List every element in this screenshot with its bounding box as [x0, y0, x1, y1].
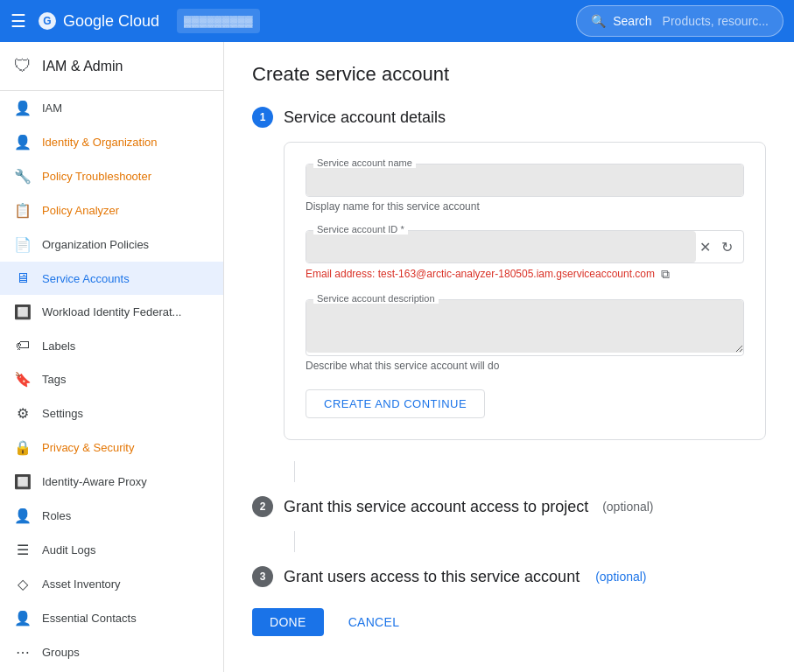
step-2-optional: (optional) [602, 500, 653, 514]
copy-email-button[interactable]: ⧉ [661, 267, 670, 282]
label-icon: 🏷 [14, 338, 32, 354]
grid-icon: 🔲 [14, 304, 32, 320]
sidebar-item-iap-label: Identity-Aware Proxy [42, 475, 147, 488]
google-logo-icon: G [37, 10, 58, 32]
sidebar-item-ec-label: Essential Contacts [42, 612, 137, 625]
name-field: Service account name Display name for th… [306, 164, 744, 213]
email-prefix: Email address: [306, 268, 375, 280]
description-hint: Describe what this service account will … [306, 360, 744, 372]
sidebar-item-identity-aware-proxy[interactable]: 🔲 Identity-Aware Proxy [0, 465, 223, 499]
sidebar-item-roles-label: Roles [42, 509, 71, 522]
clear-id-button[interactable]: ✕ [696, 235, 714, 259]
sidebar-item-policy-troubleshooter[interactable]: 🔧 Policy Troubleshooter [0, 159, 223, 193]
step-2: 2 Grant this service account access to p… [252, 496, 766, 517]
id-field-actions: ✕ ↻ [696, 235, 743, 259]
sidebar-item-audit-logs[interactable]: ☰ Audit Logs [0, 533, 223, 567]
sidebar-item-ps-label: Privacy & Security [42, 441, 134, 454]
sidebar-item-settings[interactable]: ⚙ Settings [0, 396, 223, 430]
sidebar-item-policy-t-label: Policy Troubleshooter [42, 170, 151, 183]
logo-text: Google Cloud [63, 12, 159, 31]
step-divider-1-2 [294, 461, 295, 482]
name-input-wrapper: Service account name [306, 164, 744, 197]
sidebar-item-audit-label: Audit Logs [42, 543, 95, 556]
document-icon: 📄 [14, 236, 32, 253]
create-and-continue-button[interactable]: CREATE AND CONTINUE [306, 389, 485, 418]
id-label: Service account ID * [313, 224, 408, 234]
menu-icon[interactable]: ☰ [11, 10, 26, 32]
page-title: Create service account [252, 63, 766, 86]
sidebar-item-workload-identity[interactable]: 🔲 Workload Identity Federat... [0, 295, 223, 329]
description-label: Service account description [313, 293, 439, 304]
sidebar-title: IAM & Admin [42, 59, 123, 74]
sidebar-item-tags[interactable]: 🔖 Tags [0, 362, 223, 396]
sidebar-item-settings-label: Settings [42, 407, 83, 420]
sidebar-item-org-label: Organization Policies [42, 238, 149, 251]
list-icon: ☰ [14, 542, 32, 558]
diamond-icon: ◇ [14, 576, 32, 592]
description-input[interactable] [306, 300, 743, 353]
sidebar-item-policy-analyzer[interactable]: 📋 Policy Analyzer [0, 193, 223, 228]
sidebar-item-asset-label: Asset Inventory [42, 578, 121, 591]
step-2-header: 2 Grant this service account access to p… [252, 496, 766, 517]
lock-icon: 🔒 [14, 439, 32, 456]
step-3-header: 3 Grant users access to this service acc… [252, 566, 766, 587]
sidebar-item-org-policies[interactable]: 📄 Organization Policies [0, 228, 223, 262]
id-input-wrapper: Service account ID * ✕ ↻ [306, 230, 744, 263]
sidebar-header: 🛡 IAM & Admin [0, 42, 223, 91]
refresh-id-button[interactable]: ↻ [718, 235, 736, 259]
name-input[interactable] [306, 164, 743, 196]
sidebar: 🛡 IAM & Admin 👤 IAM 👤 Identity & Organiz… [0, 42, 224, 672]
step-2-title: Grant this service account access to pro… [284, 498, 588, 516]
sidebar-item-sa-label: Service Accounts [42, 272, 130, 285]
computer-icon: 🖥 [14, 270, 32, 286]
step-3-number: 3 [252, 566, 273, 587]
sidebar-item-iam[interactable]: 👤 IAM [0, 91, 223, 125]
step-1: 1 Service account details Service accoun… [252, 107, 766, 440]
project-selector[interactable]: ▓▓▓▓▓▓▓▓▓ [177, 9, 260, 33]
roles-icon: 👤 [14, 508, 32, 524]
person-icon: 👤 [14, 100, 32, 116]
app-header: ☰ G Google Cloud ▓▓▓▓▓▓▓▓▓ 🔍 Search Prod… [0, 0, 794, 42]
step-1-form: Service account name Display name for th… [284, 142, 766, 440]
app-logo: G Google Cloud [37, 10, 159, 32]
name-hint: Display name for this service account [306, 200, 744, 213]
id-field: Service account ID * ✕ ↻ Email address: … [306, 230, 744, 282]
sidebar-item-labels[interactable]: 🏷 Labels [0, 329, 223, 362]
step-2-number: 2 [252, 496, 273, 517]
sidebar-item-service-accounts[interactable]: 🖥 Service Accounts [0, 262, 223, 295]
sidebar-item-roles[interactable]: 👤 Roles [0, 499, 223, 533]
email-hint: Email address: test-163@arctic-analyzer-… [306, 267, 744, 282]
identity-icon: 👤 [14, 134, 32, 150]
wrench-icon: 🔧 [14, 168, 32, 185]
sidebar-item-groups[interactable]: ⋯ Groups [0, 635, 223, 669]
cancel-button[interactable]: CANCEL [331, 608, 418, 636]
description-field: Service account description Describe wha… [306, 299, 744, 372]
email-value: test-163@arctic-analyzer-180505.iam.gser… [378, 268, 655, 280]
name-label: Service account name [313, 158, 416, 168]
description-input-wrapper: Service account description [306, 299, 744, 356]
done-button[interactable]: DONE [252, 608, 324, 636]
sidebar-item-essential-contacts[interactable]: 👤 Essential Contacts [0, 601, 223, 635]
sidebar-item-identity-org[interactable]: 👤 Identity & Organization [0, 125, 223, 159]
svg-text:G: G [43, 15, 51, 27]
tag-icon: 🔖 [14, 371, 32, 388]
sidebar-item-tags-label: Tags [42, 373, 66, 386]
contact-icon: 👤 [14, 610, 32, 626]
proxy-icon: 🔲 [14, 473, 32, 490]
search-icon: 🔍 [591, 14, 606, 28]
search-label: Search [613, 14, 651, 28]
search-bar[interactable]: 🔍 Search Products, resourc... [576, 5, 783, 37]
search-hint: Products, resourc... [663, 14, 769, 28]
step-3: 3 Grant users access to this service acc… [252, 566, 766, 587]
sidebar-item-asset-inventory[interactable]: ◇ Asset Inventory [0, 567, 223, 601]
sidebar-item-wi-label: Workload Identity Federat... [42, 305, 181, 318]
clipboard-icon: 📋 [14, 202, 32, 219]
sidebar-item-privacy-security[interactable]: 🔒 Privacy & Security [0, 430, 223, 465]
id-input[interactable] [306, 231, 696, 262]
bottom-actions: DONE CANCEL [252, 608, 766, 636]
step-1-title: Service account details [284, 108, 446, 127]
shield-icon: 🛡 [14, 56, 32, 76]
sidebar-item-labels-label: Labels [42, 340, 75, 353]
sidebar-item-identity-label: Identity & Organization [42, 136, 158, 149]
step-1-header: 1 Service account details [252, 107, 766, 128]
